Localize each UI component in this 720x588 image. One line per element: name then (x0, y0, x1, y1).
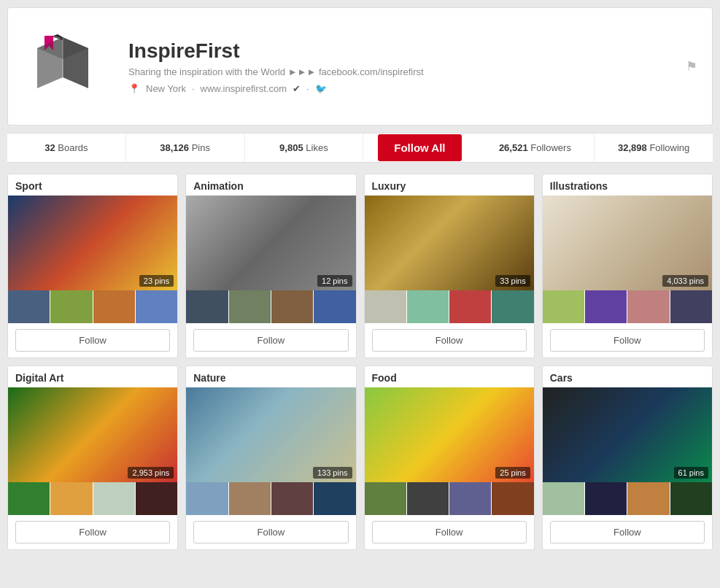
verified-icon: ✔ (293, 83, 301, 94)
board-thumb-nature-0[interactable] (186, 482, 228, 515)
board-thumb-illustrations-3[interactable] (670, 290, 712, 323)
stats-bar: 32 Boards 38,126 Pins 9,805 Likes Follow… (7, 133, 713, 163)
board-thumb-cars-3[interactable] (670, 482, 712, 515)
board-thumb-luxury-3[interactable] (492, 290, 533, 323)
board-thumb-digital-art-2[interactable] (93, 482, 136, 515)
following-count: 32,898 (618, 142, 647, 153)
following-label: Following (649, 142, 689, 153)
board-thumb-digital-art-3[interactable] (136, 482, 177, 515)
board-thumb-animation-1[interactable] (229, 290, 271, 323)
board-main-image-food[interactable]: 25 pins (365, 387, 534, 482)
profile-header: InspireFirst Sharing the inspiration wit… (7, 7, 713, 125)
likes-label: Likes (306, 142, 328, 153)
board-thumb-sport-1[interactable] (50, 290, 93, 323)
board-pin-count-illustrations: 4,033 pins (662, 275, 708, 287)
tagline-text: Sharing the inspiration with the World ►… (128, 66, 424, 77)
follow-button-nature[interactable]: Follow (193, 521, 348, 543)
board-main-image-illustrations[interactable]: 4,033 pins (543, 196, 712, 290)
profile-meta: 📍 New York · www.inspirefirst.com ✔ · 🐦 (128, 83, 686, 94)
board-pin-count-sport: 23 pins (139, 275, 174, 287)
board-thumbs-sport (8, 290, 177, 323)
board-title-illustrations: Illustrations (543, 174, 712, 196)
follow-button-digital-art[interactable]: Follow (15, 521, 170, 543)
board-thumb-food-0[interactable] (365, 482, 407, 515)
board-thumbs-food (365, 482, 534, 515)
board-main-image-nature[interactable]: 133 pins (186, 387, 355, 482)
board-thumb-luxury-2[interactable] (449, 290, 492, 323)
follow-button-sport[interactable]: Follow (15, 329, 170, 352)
board-title-animation: Animation (186, 174, 355, 196)
board-thumb-animation-0[interactable] (186, 290, 228, 323)
stat-following[interactable]: 32,898 Following (595, 134, 713, 162)
board-main-image-animation[interactable]: 12 pins (186, 196, 355, 290)
board-pin-count-digital-art: 2,953 pins (128, 467, 174, 479)
board-title-food: Food (365, 366, 534, 387)
follow-all-button[interactable]: Follow All (378, 134, 461, 161)
board-pin-count-luxury: 33 pins (495, 275, 530, 287)
follow-button-illustrations[interactable]: Follow (550, 329, 705, 352)
board-thumb-sport-2[interactable] (93, 290, 136, 323)
board-thumb-food-1[interactable] (407, 482, 449, 515)
board-thumb-illustrations-0[interactable] (543, 290, 585, 323)
profile-location: New York (146, 83, 186, 94)
board-card-sport: Sport23 pinsFollow (7, 174, 178, 358)
twitter-icon[interactable]: 🐦 (315, 83, 327, 94)
board-thumb-luxury-1[interactable] (407, 290, 449, 323)
profile-info: InspireFirst Sharing the inspiration wit… (128, 39, 686, 94)
board-pin-count-food: 25 pins (495, 467, 530, 479)
profile-name: InspireFirst (128, 39, 686, 63)
board-thumb-illustrations-2[interactable] (627, 290, 670, 323)
board-thumbs-animation (186, 290, 355, 323)
board-main-image-digital-art[interactable]: 2,953 pins (8, 387, 177, 482)
board-card-animation: Animation12 pinsFollow (185, 174, 356, 358)
follow-button-food[interactable]: Follow (372, 521, 527, 543)
pins-count: 38,126 (160, 142, 189, 153)
board-card-illustrations: Illustrations4,033 pinsFollow (542, 174, 713, 358)
board-card-nature: Nature133 pinsFollow (185, 365, 356, 550)
board-thumb-food-3[interactable] (492, 482, 533, 515)
board-title-cars: Cars (543, 366, 712, 387)
followers-count: 26,521 (499, 142, 528, 153)
follow-button-animation[interactable]: Follow (193, 329, 348, 352)
board-thumbs-digital-art (8, 482, 177, 515)
boards-grid: Sport23 pinsFollowAnimation12 pinsFollow… (0, 170, 720, 557)
profile-tagline: Sharing the inspiration with the World ►… (128, 66, 686, 77)
follow-button-luxury[interactable]: Follow (372, 329, 527, 352)
board-thumb-sport-0[interactable] (8, 290, 50, 323)
board-thumb-animation-3[interactable] (314, 290, 355, 323)
board-thumb-cars-2[interactable] (627, 482, 670, 515)
board-main-image-cars[interactable]: 61 pins (543, 387, 712, 482)
board-title-digital-art: Digital Art (8, 366, 177, 387)
board-main-image-luxury[interactable]: 33 pins (365, 196, 534, 290)
board-thumb-digital-art-1[interactable] (50, 482, 93, 515)
board-main-image-sport[interactable]: 23 pins (8, 196, 177, 290)
stat-likes[interactable]: 9,805 Likes (245, 134, 364, 162)
flag-button[interactable]: ⚑ (686, 58, 697, 74)
followers-label: Followers (530, 142, 571, 153)
board-title-luxury: Luxury (365, 174, 534, 196)
board-thumb-cars-1[interactable] (585, 482, 627, 515)
board-thumb-food-2[interactable] (449, 482, 492, 515)
stat-boards[interactable]: 32 Boards (7, 134, 126, 162)
profile-website[interactable]: www.inspirefirst.com (201, 83, 287, 94)
board-thumb-luxury-0[interactable] (365, 290, 407, 323)
board-thumb-sport-3[interactable] (136, 290, 177, 323)
likes-count: 9,805 (279, 142, 303, 153)
stat-pins[interactable]: 38,126 Pins (126, 134, 245, 162)
board-thumbs-illustrations (543, 290, 712, 323)
board-thumb-illustrations-1[interactable] (585, 290, 627, 323)
board-thumb-cars-0[interactable] (543, 482, 585, 515)
board-thumb-nature-1[interactable] (229, 482, 271, 515)
board-thumb-digital-art-0[interactable] (8, 482, 50, 515)
board-pin-count-cars: 61 pins (674, 467, 708, 479)
board-thumb-nature-2[interactable] (271, 482, 314, 515)
board-pin-count-nature: 133 pins (313, 467, 352, 479)
stat-followers[interactable]: 26,521 Followers (476, 134, 595, 162)
separator2: · (306, 83, 309, 94)
board-thumb-nature-3[interactable] (314, 482, 355, 515)
boards-label: Boards (58, 142, 88, 153)
follow-button-cars[interactable]: Follow (550, 521, 705, 543)
location-icon: 📍 (128, 83, 140, 94)
board-thumb-animation-2[interactable] (271, 290, 314, 323)
board-card-luxury: Luxury33 pinsFollow (364, 174, 535, 358)
